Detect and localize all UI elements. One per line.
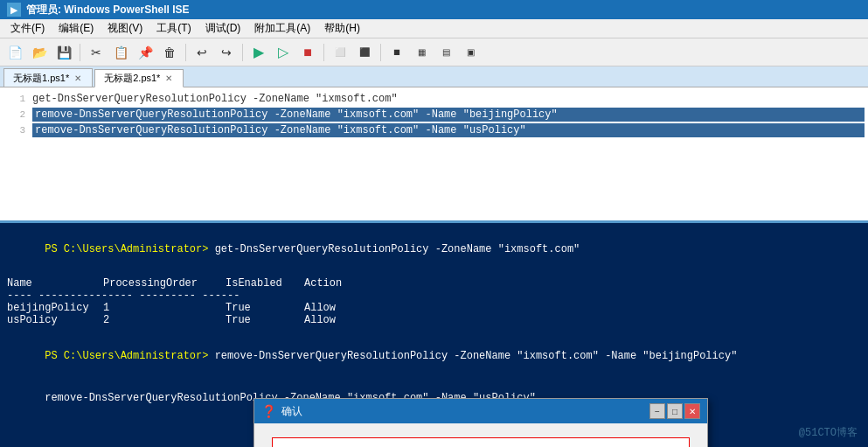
line-number-2: 2 bbox=[3, 109, 25, 120]
toolbar-undo[interactable]: ↩ bbox=[191, 41, 213, 64]
dialog-message: 将要从 DNS 服务器 DC 上的区域 ixmsoft.com 中删除区域级策略… bbox=[272, 437, 690, 447]
toolbar-debug2[interactable]: ⬛ bbox=[353, 41, 376, 64]
toolbar-clear[interactable]: 🗑 bbox=[158, 41, 181, 64]
confirm-dialog: ❓ 确认 − □ ✕ 将要从 DNS 服务器 DC 上的区域 ixmsoft.c… bbox=[253, 398, 708, 447]
toolbar-save[interactable]: 💾 bbox=[52, 41, 75, 64]
toolbar-new[interactable]: 📄 bbox=[3, 41, 26, 64]
toolbar-extra3[interactable]: ▤ bbox=[434, 41, 457, 64]
toolbar-sep4 bbox=[323, 44, 324, 61]
menu-view[interactable]: 视图(V) bbox=[101, 19, 149, 38]
toolbar-run-sel[interactable]: ▷ bbox=[272, 41, 295, 64]
toolbar-paste[interactable]: 📌 bbox=[134, 41, 156, 64]
editor-line-3: 3 remove-DnsServerQueryResolutionPolicy … bbox=[0, 122, 868, 138]
toolbar-sep2 bbox=[185, 44, 186, 61]
toolbar-redo[interactable]: ↪ bbox=[215, 41, 238, 64]
dialog-maximize-btn[interactable]: □ bbox=[667, 403, 683, 419]
app-icon: ▶ bbox=[7, 3, 21, 17]
main-area: 1 get-DnsServerQueryResolutionPolicy -Zo… bbox=[0, 87, 868, 447]
dialog-overlay: ❓ 确认 − □ ✕ 将要从 DNS 服务器 DC 上的区域 ixmsoft.c… bbox=[0, 223, 868, 447]
toolbar-open[interactable]: 📂 bbox=[28, 41, 51, 64]
line-content-3: remove-DnsServerQueryResolutionPolicy -Z… bbox=[32, 123, 865, 137]
menu-addons[interactable]: 附加工具(A) bbox=[247, 19, 317, 38]
toolbar-sep5 bbox=[380, 44, 381, 61]
title-bar: ▶ 管理员: Windows PowerShell ISE bbox=[0, 0, 868, 19]
console-pane[interactable]: PS C:\Users\Administrator> get-DnsServer… bbox=[0, 223, 868, 447]
tab-file2-label: 无标题2.ps1* bbox=[104, 72, 160, 85]
toolbar-extra1[interactable]: ⏹ bbox=[385, 41, 408, 64]
title-text: 管理员: Windows PowerShell ISE bbox=[26, 3, 190, 17]
dialog-window-controls: − □ ✕ bbox=[649, 403, 700, 419]
tab-file1-close[interactable]: ✕ bbox=[73, 73, 83, 83]
menu-file[interactable]: 文件(F) bbox=[3, 19, 52, 38]
menu-edit[interactable]: 编辑(E) bbox=[52, 19, 101, 38]
menu-debug[interactable]: 调试(D) bbox=[198, 19, 248, 38]
tab-file1[interactable]: 无标题1.ps1* ✕ bbox=[3, 68, 93, 87]
dialog-title-content: ❓ 确认 bbox=[261, 404, 302, 419]
editor-line-1: 1 get-DnsServerQueryResolutionPolicy -Zo… bbox=[0, 91, 868, 107]
dialog-body: 将要从 DNS 服务器 DC 上的区域 ixmsoft.com 中删除区域级策略… bbox=[254, 423, 707, 447]
editor-pane[interactable]: 1 get-DnsServerQueryResolutionPolicy -Zo… bbox=[0, 87, 868, 223]
toolbar-sep3 bbox=[242, 44, 243, 61]
toolbar-extra2[interactable]: ▦ bbox=[410, 41, 433, 64]
menu-help[interactable]: 帮助(H) bbox=[317, 19, 367, 38]
line-number-3: 3 bbox=[3, 125, 25, 136]
tab-file2-close[interactable]: ✕ bbox=[163, 73, 174, 84]
dialog-title-label: 确认 bbox=[281, 404, 302, 419]
dialog-question-icon: ❓ bbox=[261, 404, 276, 419]
line-content-2: remove-DnsServerQueryResolutionPolicy -Z… bbox=[32, 108, 865, 122]
editor-line-2: 2 remove-DnsServerQueryResolutionPolicy … bbox=[0, 107, 868, 122]
dialog-close-btn[interactable]: ✕ bbox=[684, 403, 700, 419]
toolbar-stop[interactable]: ■ bbox=[296, 41, 319, 64]
toolbar: 📄 📂 💾 ✂ 📋 📌 🗑 ↩ ↪ ▶ ▷ ■ ⬜ ⬛ ⏹ ▦ ▤ ▣ bbox=[0, 38, 868, 66]
line-content-1: get-DnsServerQueryResolutionPolicy -Zone… bbox=[32, 93, 865, 105]
toolbar-cut[interactable]: ✂ bbox=[85, 41, 108, 64]
watermark: @51CTO博客 bbox=[799, 425, 858, 440]
toolbar-copy[interactable]: 📋 bbox=[109, 41, 132, 64]
tab-file1-label: 无标题1.ps1* bbox=[13, 72, 69, 85]
line-number-1: 1 bbox=[3, 94, 25, 104]
menu-bar: 文件(F) 编辑(E) 视图(V) 工具(T) 调试(D) 附加工具(A) 帮助… bbox=[0, 19, 868, 38]
toolbar-debug1[interactable]: ⬜ bbox=[329, 41, 351, 64]
toolbar-run[interactable]: ▶ bbox=[247, 41, 270, 64]
menu-tools[interactable]: 工具(T) bbox=[149, 19, 198, 38]
tab-file2[interactable]: 无标题2.ps1* ✕ bbox=[94, 69, 184, 87]
dialog-minimize-btn[interactable]: − bbox=[649, 403, 665, 419]
tab-bar: 无标题1.ps1* ✕ 无标题2.ps1* ✕ bbox=[0, 66, 868, 87]
toolbar-sep1 bbox=[80, 44, 80, 61]
toolbar-extra4[interactable]: ▣ bbox=[459, 41, 482, 64]
dialog-titlebar: ❓ 确认 − □ ✕ bbox=[254, 399, 707, 423]
editor-content: 1 get-DnsServerQueryResolutionPolicy -Zo… bbox=[0, 87, 868, 142]
